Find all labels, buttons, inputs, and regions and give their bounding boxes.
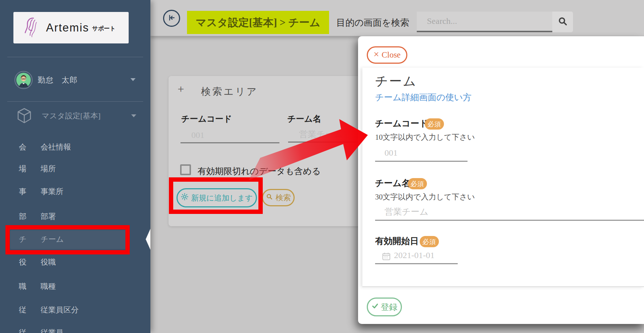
item-abbr: 従 xyxy=(19,328,26,333)
sidebar-item-department[interactable]: 部 部署 xyxy=(0,208,150,225)
date-field xyxy=(375,250,458,264)
collapse-arrow-icon xyxy=(167,13,176,24)
item-label: 場所 xyxy=(41,164,56,174)
team-name-helper: 30文字以内で入力して下さい xyxy=(375,192,475,202)
close-button[interactable]: × Close xyxy=(367,46,407,64)
item-label: 事業所 xyxy=(41,186,63,197)
sidebar-item-office[interactable]: 事 事業所 xyxy=(0,183,150,200)
search-submit-button[interactable]: 検索 xyxy=(262,189,295,206)
item-label: 会社情報 xyxy=(41,142,71,152)
selected-item-notch xyxy=(146,229,150,250)
team-code-label: チームコード xyxy=(375,118,428,129)
team-name-label: チーム名 xyxy=(375,177,410,189)
item-abbr: 事 xyxy=(19,186,26,197)
help-link[interactable]: チーム詳細画面の使い方 xyxy=(375,92,471,103)
team-code-helper: 10文字以内で入力して下さい xyxy=(375,132,475,142)
required-badge: 必須 xyxy=(420,236,439,247)
sidebar-group-label: マスタ設定[基本] xyxy=(42,111,100,121)
item-abbr: 部 xyxy=(19,211,26,222)
annotation-rect-add-button xyxy=(169,177,263,214)
brand-name: Artemis xyxy=(46,21,89,34)
item-label: 部署 xyxy=(41,211,56,222)
item-label: 従業員区分 xyxy=(41,305,79,315)
search-icon xyxy=(266,193,273,202)
search-area-title: 検索エリア xyxy=(201,85,258,98)
item-abbr: 場 xyxy=(19,164,26,174)
breadcrumb: マスタ設定[基本] > チーム xyxy=(187,11,329,34)
team-form-card: チーム チーム詳細画面の使い方 チームコード 必須 10文字以内で入力して下さい… xyxy=(362,68,644,287)
team-name-filter-label: チーム名 xyxy=(287,113,321,125)
item-abbr: 会 xyxy=(19,142,26,152)
sidebar-item-location[interactable]: 場 場所 xyxy=(0,160,150,177)
brand-suffix: サポート xyxy=(92,23,116,33)
include-expired-checkbox[interactable] xyxy=(180,164,191,175)
divider xyxy=(7,57,143,57)
cube-icon xyxy=(16,107,32,126)
search-submit-label: 検索 xyxy=(276,193,291,203)
sidebar-item-employee-category[interactable]: 従 従業員区分 xyxy=(0,302,150,318)
screen-search-input[interactable] xyxy=(417,12,552,32)
team-code-filter-input[interactable] xyxy=(180,130,279,143)
screen-search-button[interactable] xyxy=(552,12,573,32)
expand-plus-icon[interactable]: + xyxy=(178,83,184,96)
sidebar-item-job-type[interactable]: 職 職種 xyxy=(0,278,150,295)
valid-start-date-label: 有効開始日 xyxy=(375,235,419,247)
close-icon: × xyxy=(374,50,379,59)
divider xyxy=(7,101,143,102)
required-badge: 必須 xyxy=(425,118,444,130)
item-label: 役職 xyxy=(41,257,56,267)
check-icon xyxy=(371,302,379,312)
sidebar-item-employee[interactable]: 従 従業員 xyxy=(0,324,150,333)
avatar xyxy=(14,71,33,89)
item-abbr: 職 xyxy=(19,281,26,291)
screen-search-label: 目的の画面を検索 xyxy=(336,17,409,29)
item-label: 職種 xyxy=(41,281,56,291)
modal-title: チーム xyxy=(375,73,417,90)
search-icon xyxy=(558,16,568,28)
annotation-rect-team-item xyxy=(5,225,130,254)
user-name: 勤怠 太郎 xyxy=(38,75,78,85)
required-badge: 必須 xyxy=(408,178,427,189)
sidebar-group-master-settings[interactable]: マスタ設定[基本] xyxy=(0,107,150,125)
app-screen: マスタ設定[基本] > チーム 目的の画面を検索 + 検索エリア チームコード … xyxy=(0,0,644,333)
sidebar-item-company-info[interactable]: 会 会社情報 xyxy=(0,139,150,155)
sidebar-item-position[interactable]: 役 役職 xyxy=(0,254,150,270)
user-menu-caret-icon[interactable] xyxy=(130,78,136,81)
team-name-input[interactable] xyxy=(375,207,644,221)
close-button-label: Close xyxy=(382,50,400,60)
group-caret-icon xyxy=(131,114,136,117)
register-button-label: 登録 xyxy=(381,302,398,313)
team-code-filter-label: チームコード xyxy=(181,113,232,125)
app-logo[interactable]: Artemis サポート xyxy=(13,12,129,43)
item-abbr: 従 xyxy=(19,305,26,315)
item-abbr: 役 xyxy=(19,257,26,267)
team-detail-modal: × Close チーム チーム詳細画面の使い方 チームコード 必須 10文字以内… xyxy=(358,36,644,324)
include-expired-label: 有効期限切れのデータも含める xyxy=(198,165,321,177)
sidebar: Artemis サポート 勤怠 太郎 xyxy=(0,0,150,333)
artemis-woman-icon xyxy=(20,16,41,40)
item-label: 従業員 xyxy=(41,328,63,333)
team-code-input[interactable] xyxy=(375,148,468,162)
register-button[interactable]: 登録 xyxy=(367,298,402,316)
sidebar-collapse-button[interactable] xyxy=(163,10,180,27)
